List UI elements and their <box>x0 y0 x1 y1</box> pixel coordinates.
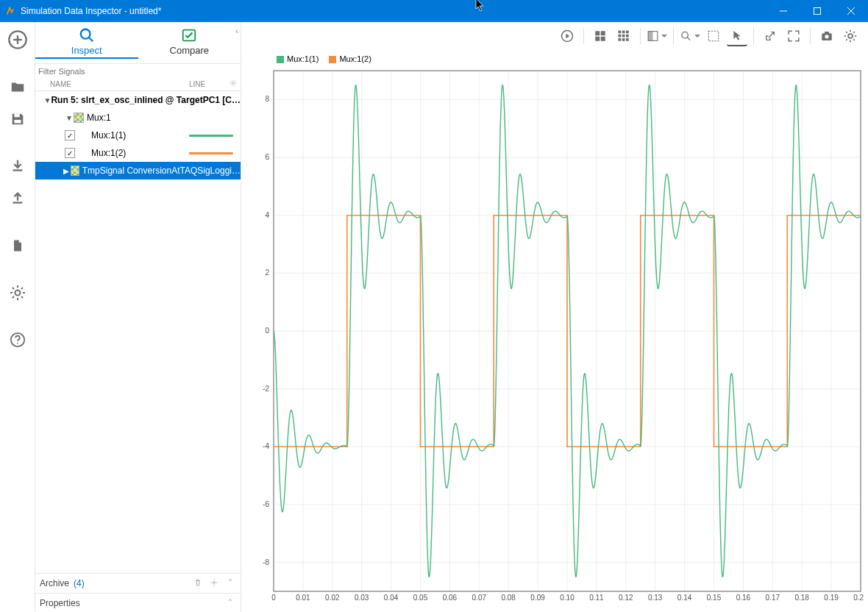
svg-text:0.06: 0.06 <box>443 594 458 602</box>
tree-mux1-label: Mux:1(1) <box>91 130 126 140</box>
svg-text:0.05: 0.05 <box>413 594 428 602</box>
svg-text:0.15: 0.15 <box>707 594 722 602</box>
checkbox-mux2[interactable]: ✓ <box>65 148 75 158</box>
svg-text:0.19: 0.19 <box>824 594 839 602</box>
help-button[interactable] <box>4 327 31 353</box>
svg-rect-30 <box>619 38 622 41</box>
plot-settings-button[interactable] <box>840 26 861 46</box>
minimize-button[interactable] <box>766 0 800 22</box>
tree-mux2-row[interactable]: ✓ Mux:1(2) <box>35 144 241 162</box>
svg-text:0.01: 0.01 <box>296 594 310 602</box>
svg-rect-22 <box>595 37 600 41</box>
svg-point-14 <box>81 29 90 38</box>
plot-svg[interactable]: -8-6-4-20246800.010.020.030.040.050.060.… <box>246 53 864 608</box>
panel-footer: Archive (4) ˄ Properties ˄ <box>35 573 241 612</box>
snapshot-button[interactable] <box>817 26 837 46</box>
svg-text:0: 0 <box>265 327 269 335</box>
svg-line-15 <box>89 37 93 41</box>
close-button[interactable] <box>834 0 868 22</box>
svg-rect-39 <box>825 32 829 34</box>
svg-point-18 <box>213 581 216 583</box>
properties-label: Properties <box>40 598 80 608</box>
layout-custom-button[interactable] <box>613 26 634 46</box>
svg-text:0.07: 0.07 <box>472 594 487 602</box>
signal-group-icon <box>74 113 84 123</box>
trash-icon[interactable] <box>192 578 204 589</box>
column-settings-icon[interactable] <box>229 79 238 89</box>
plot-legend: Mux:1(1) Mux:1(2) <box>277 54 371 63</box>
tree-mux2-label: Mux:1(2) <box>91 148 126 158</box>
maximize-button[interactable] <box>800 0 834 22</box>
tree-mux1-row[interactable]: ✓ Mux:1(1) <box>35 127 241 144</box>
svg-rect-21 <box>601 31 605 35</box>
svg-point-35 <box>682 32 689 38</box>
properties-expand-icon[interactable]: ˄ <box>224 598 236 608</box>
svg-text:-6: -6 <box>263 500 269 508</box>
svg-rect-25 <box>622 31 625 34</box>
svg-rect-24 <box>619 31 622 34</box>
tab-compare[interactable]: Compare <box>138 22 241 63</box>
svg-point-11 <box>15 291 20 296</box>
new-report-button[interactable] <box>4 232 31 259</box>
column-name: NAME <box>50 80 189 88</box>
open-folder-button[interactable] <box>4 74 31 100</box>
svg-text:6: 6 <box>265 153 269 161</box>
archive-settings-icon[interactable] <box>208 578 220 589</box>
signal-panel: ‹ Inspect Compare NAME LINE <box>35 22 241 612</box>
svg-text:0: 0 <box>271 594 276 602</box>
svg-text:0.03: 0.03 <box>355 594 369 602</box>
column-header: NAME LINE <box>35 78 241 91</box>
fit-to-view-button[interactable] <box>703 26 724 46</box>
save-button[interactable] <box>4 106 31 132</box>
filter-input[interactable] <box>35 65 241 78</box>
collapse-panel-button[interactable]: ‹ <box>232 25 241 37</box>
zoom-button[interactable] <box>680 26 700 46</box>
svg-rect-1 <box>814 8 821 15</box>
stream-button[interactable] <box>557 26 577 46</box>
svg-text:-4: -4 <box>263 442 269 450</box>
line-preview-mux1 <box>189 135 233 137</box>
window-title: Simulation Data Inspector - untitled* <box>21 6 766 16</box>
visualization-type-button[interactable] <box>647 26 667 46</box>
svg-text:0.16: 0.16 <box>736 594 751 602</box>
svg-rect-31 <box>622 38 625 41</box>
svg-text:0.13: 0.13 <box>648 594 663 602</box>
plot-toolbar <box>241 22 868 50</box>
maximize-axes-button[interactable] <box>783 26 804 46</box>
svg-text:8: 8 <box>265 95 269 103</box>
export-button[interactable] <box>4 185 31 212</box>
svg-point-41 <box>848 34 853 38</box>
preferences-button[interactable] <box>4 280 31 306</box>
side-toolbar <box>0 22 35 612</box>
svg-text:4: 4 <box>265 211 269 219</box>
tab-inspect-label: Inspect <box>71 45 102 56</box>
svg-rect-20 <box>595 31 600 35</box>
layout-grid-button[interactable] <box>590 26 611 46</box>
title-bar: Simulation Data Inspector - untitled* <box>0 0 868 22</box>
archive-label: Archive <box>40 578 69 588</box>
checkbox-mux1[interactable]: ✓ <box>65 130 75 140</box>
svg-line-36 <box>687 38 690 40</box>
tree-run-row[interactable]: ▼ Run 5: slrt_ex_osc_inlined @ TargetPC1… <box>35 91 241 109</box>
tree-tmp-row[interactable]: ▶ TmpSignal ConversionAtTAQSigLoggi… <box>35 162 241 179</box>
tab-inspect[interactable]: Inspect <box>35 22 138 63</box>
svg-text:0.09: 0.09 <box>530 594 545 602</box>
svg-point-40 <box>825 35 828 38</box>
svg-text:0.10: 0.10 <box>560 594 574 602</box>
tree-mux-row[interactable]: ▼ Mux:1 <box>35 109 241 127</box>
undock-button[interactable] <box>760 26 780 46</box>
svg-text:0.11: 0.11 <box>589 594 604 602</box>
properties-row[interactable]: Properties ˄ <box>35 593 241 612</box>
filter-row <box>35 63 241 78</box>
svg-rect-27 <box>619 35 622 38</box>
archive-expand-icon[interactable]: ˄ <box>224 578 236 588</box>
legend-item-2: Mux:1(2) <box>329 54 371 63</box>
add-button[interactable] <box>4 26 31 53</box>
svg-text:0.04: 0.04 <box>384 594 399 602</box>
archive-row[interactable]: Archive (4) ˄ <box>35 574 241 593</box>
tree-mux-label: Mux:1 <box>87 113 111 123</box>
cursor-button[interactable] <box>727 26 747 46</box>
svg-rect-37 <box>708 31 719 41</box>
import-button[interactable] <box>4 153 31 179</box>
tab-compare-label: Compare <box>170 45 209 56</box>
